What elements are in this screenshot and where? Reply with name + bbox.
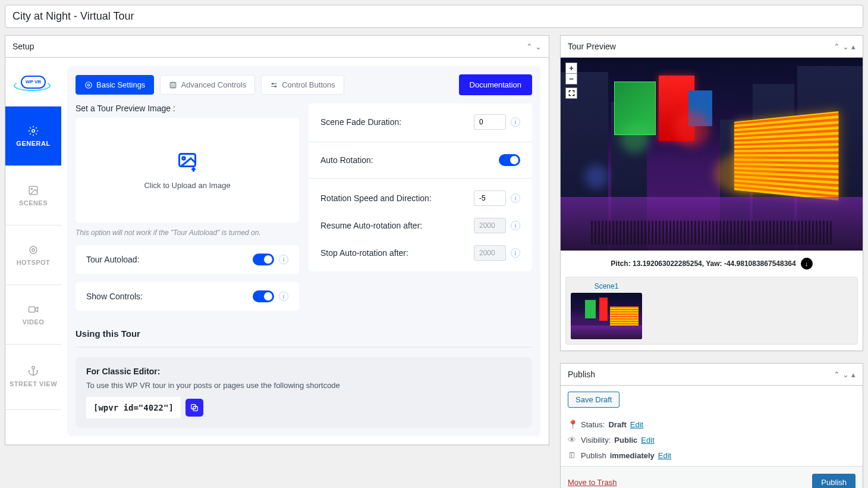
target-icon [28,245,39,255]
svg-rect-9 [171,82,176,87]
gear-icon [84,81,93,89]
stop-rotation-label: Stop Auto-rotation after: [320,248,408,258]
vtab-hotspot[interactable]: HOTSPOT [5,226,61,285]
move-to-trash-link[interactable]: Move to Trash [568,478,617,487]
edit-schedule-link[interactable]: Edit [658,451,671,460]
setup-panel: Setup ⌃ ⌄ WP VR [5,35,549,445]
preview-image-label: Set a Tour Preview Image : [76,104,299,113]
panorama-viewport[interactable]: + − [561,58,863,251]
show-controls-label: Show Controls: [86,292,143,301]
download-coords-button[interactable]: ↓ [801,258,813,270]
chevron-down-icon[interactable]: ⌄ [842,42,849,51]
vtab-streetview[interactable]: STREET VIEW [5,345,61,410]
vtab-general[interactable]: GENERAL [5,107,61,166]
gear-icon [28,126,39,136]
classic-editor-heading: For Classic Editor: [86,367,521,376]
info-icon[interactable]: i [511,117,520,127]
rotation-speed-input[interactable] [474,190,506,206]
save-draft-button[interactable]: Save Draft [568,392,619,408]
caret-up-icon[interactable]: ▴ [851,42,856,51]
resume-rotation-input[interactable] [474,218,506,233]
scene-fade-label: Scene Fade Duration: [320,117,401,127]
classic-editor-desc: To use this WP VR tour in your posts or … [86,381,521,390]
htab-control[interactable]: Control Buttons [261,75,344,95]
video-icon [28,304,39,315]
fullscreen-icon [568,90,575,96]
edit-visibility-link[interactable]: Edit [641,436,654,445]
eye-icon: 👁 [568,435,577,445]
documentation-button[interactable]: Documentation [459,74,532,95]
fullscreen-button[interactable] [565,87,577,99]
info-icon[interactable]: i [511,193,520,203]
svg-point-2 [31,188,32,189]
pitch-yaw-text: Pitch: 13.192063022285254, Yaw: -44.9810… [611,259,795,268]
shortcode-text: [wpvr id="4022"] [86,397,181,418]
edit-status-link[interactable]: Edit [630,420,643,429]
zoom-out-button[interactable]: − [565,73,577,85]
schedule-label: Publish [581,451,606,460]
tour-autoload-toggle[interactable] [253,254,274,265]
info-icon[interactable]: i [279,292,288,301]
publish-panel: Publish ⌃ ⌄ ▴ Save Draft 📍 Status: Draft… [560,363,863,488]
upload-image-icon [177,151,198,173]
scene-thumbnail[interactable] [571,293,642,339]
page-title[interactable]: City at Night - Virtual Tour [5,5,863,28]
svg-point-6 [32,367,35,370]
anchor-icon [28,365,39,376]
info-icon[interactable]: i [279,255,288,264]
svg-point-4 [32,248,35,251]
controls-icon [270,81,278,89]
caret-up-icon[interactable]: ▴ [851,370,856,379]
svg-point-17 [183,157,185,159]
schedule-value: immediately [610,451,655,460]
status-value: Draft [608,420,626,429]
tour-preview-heading: Tour Preview [568,36,616,57]
scene-thumb-label[interactable]: Scene1 [571,282,642,290]
scene-thumbnail-strip: Scene1 [565,277,858,345]
publish-button[interactable]: Publish [812,474,856,488]
auto-rotation-toggle[interactable] [499,154,520,166]
stop-rotation-input[interactable] [474,245,506,261]
svg-point-3 [30,246,37,254]
calendar-icon: 🗓 [568,451,577,460]
using-tour-heading: Using this Tour [76,329,532,348]
copy-shortcode-button[interactable] [185,399,203,417]
info-icon[interactable]: i [511,221,520,230]
resume-rotation-label: Resume Auto-rotation after: [320,221,422,230]
svg-point-7 [87,84,90,86]
image-icon [28,185,39,196]
publish-heading: Publish [568,364,595,385]
upload-hint: This option will not work if the "Tour A… [76,229,299,237]
svg-point-0 [32,129,35,132]
info-icon[interactable]: i [511,248,520,258]
status-label: Status: [581,420,605,429]
upload-image-box[interactable]: Click to Upload an Image [76,118,299,223]
visibility-value: Public [614,436,637,445]
scene-fade-input[interactable] [474,114,506,130]
svg-rect-5 [29,306,36,312]
vtab-video[interactable]: VIDEO [5,285,61,345]
vtab-scenes[interactable]: SCENES [5,166,61,226]
svg-point-8 [86,82,92,88]
auto-rotation-label: Auto Rotation: [320,155,373,165]
chevron-up-icon[interactable]: ⌃ [526,42,533,51]
htab-advanced[interactable]: Advanced Controls [160,75,255,95]
show-controls-toggle[interactable] [253,290,274,302]
visibility-label: Visibility: [581,436,611,445]
pin-icon: 📍 [568,420,577,429]
wpvr-logo: WP VR [5,58,61,107]
zoom-in-button[interactable]: + [565,62,577,74]
tour-autoload-label: Tour Autoload: [86,255,140,264]
chevron-down-icon[interactable]: ⌄ [535,42,542,51]
htab-basic[interactable]: Basic Settings [76,75,154,95]
chevron-up-icon[interactable]: ⌃ [834,370,840,379]
chevron-down-icon[interactable]: ⌄ [842,370,849,379]
tour-preview-panel: Tour Preview ⌃ ⌄ ▴ + − [560,35,863,351]
chevron-up-icon[interactable]: ⌃ [834,42,840,51]
rotation-speed-label: Rotation Speed and Direction: [320,193,432,203]
copy-icon [190,403,199,412]
setup-heading: Setup [12,36,34,57]
sliders-icon [169,81,177,89]
